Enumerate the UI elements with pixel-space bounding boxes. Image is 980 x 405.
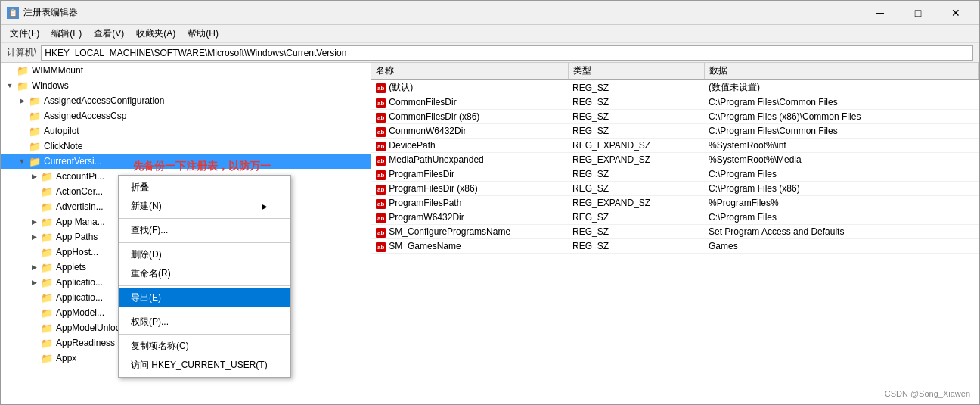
- folder-icon: 📁: [40, 338, 54, 349]
- context-menu: 折叠新建(N)▶查找(F)...删除(D)重命名(R)导出(E)权限(P)...…: [118, 175, 291, 378]
- context-menu-item[interactable]: 折叠: [119, 178, 290, 197]
- watermark: CSDN @Song_Xiawen: [885, 389, 970, 398]
- tree-item-label: Applets: [56, 262, 86, 273]
- title-bar: 📋 注册表编辑器 ─ □ ✕: [1, 1, 979, 25]
- context-menu-item-label: 删除(D): [131, 248, 162, 261]
- expand-arrow-icon[interactable]: ▼: [4, 82, 16, 89]
- context-menu-item[interactable]: 权限(P)...: [119, 313, 290, 332]
- tree-item[interactable]: 📁WIMMMount: [1, 63, 371, 78]
- registry-name: abDevicePath: [371, 139, 568, 153]
- tree-item[interactable]: 📁Autopilot: [1, 123, 371, 139]
- menu-help[interactable]: 帮助(H): [181, 26, 225, 42]
- registry-type: REG_SZ: [568, 167, 704, 182]
- menu-favorites[interactable]: 收藏夹(A): [130, 26, 181, 42]
- tree-item-label: Appx: [56, 353, 76, 363]
- maximize-button[interactable]: □: [901, 2, 935, 23]
- type-icon: ab: [376, 213, 386, 223]
- folder-icon: 📁: [28, 126, 42, 137]
- address-input[interactable]: [41, 45, 973, 61]
- context-menu-item[interactable]: 查找(F)...: [119, 221, 290, 240]
- minimize-button[interactable]: ─: [863, 2, 898, 23]
- registry-table: 名称 类型 数据 ab(默认)REG_SZ(数值未设置)abCommonFile…: [371, 63, 979, 254]
- type-icon: ab: [376, 98, 386, 108]
- menu-edit[interactable]: 编辑(E): [45, 26, 88, 42]
- tree-item[interactable]: ▼📁Windows: [1, 78, 371, 93]
- registry-data: C:\Program Files\Common Files: [704, 95, 979, 110]
- expand-arrow-icon[interactable]: ▶: [28, 263, 40, 271]
- context-menu-item[interactable]: 新建(N)▶: [119, 197, 290, 216]
- type-icon: ab: [376, 127, 386, 137]
- address-label: 计算机\: [7, 46, 36, 59]
- folder-icon: 📁: [40, 353, 54, 364]
- registry-data: Games: [704, 239, 979, 254]
- context-menu-item-label: 重命名(R): [131, 267, 171, 280]
- tree-item-label: Advertisin...: [56, 201, 104, 212]
- table-row[interactable]: abSM_GamesNameREG_SZGames: [371, 239, 979, 254]
- context-menu-item[interactable]: 删除(D): [119, 245, 290, 264]
- tree-item[interactable]: 📁AssignedAccessCsp: [1, 108, 371, 123]
- registry-data: (数值未设置): [704, 79, 979, 95]
- table-row[interactable]: ab(默认)REG_SZ(数值未设置): [371, 79, 979, 95]
- context-menu-item-label: 折叠: [131, 181, 149, 194]
- tree-item-label: Windows: [32, 80, 69, 91]
- folder-icon: 📁: [40, 217, 54, 228]
- registry-data: C:\Program Files (x86)\Common Files: [704, 110, 979, 124]
- table-row[interactable]: abMediaPathUnexpandedREG_EXPAND_SZ%Syste…: [371, 153, 979, 167]
- expand-arrow-icon[interactable]: ▶: [28, 279, 40, 286]
- expand-arrow-icon[interactable]: ▶: [28, 218, 40, 226]
- menu-bar: 文件(F) 编辑(E) 查看(V) 收藏夹(A) 帮助(H): [1, 25, 979, 43]
- registry-name: abMediaPathUnexpanded: [371, 153, 568, 167]
- table-row[interactable]: abProgramW6432DirREG_SZC:\Program Files: [371, 210, 979, 225]
- table-row[interactable]: abProgramFilesDir (x86)REG_SZC:\Program …: [371, 182, 979, 196]
- registry-name: abCommonFilesDir: [371, 95, 568, 110]
- registry-name: abProgramW6432Dir: [371, 210, 568, 225]
- registry-name: abProgramFilesDir (x86): [371, 182, 568, 196]
- context-menu-item[interactable]: 访问 HKEY_CURRENT_USER(T): [119, 356, 290, 375]
- folder-icon: 📁: [16, 65, 29, 76]
- submenu-arrow-icon: ▶: [262, 202, 268, 210]
- registry-data: C:\Program Files: [704, 210, 979, 225]
- expand-arrow-icon[interactable]: ▶: [28, 233, 40, 241]
- tree-item-label: AppReadiness: [56, 338, 115, 348]
- table-row[interactable]: abProgramFilesDirREG_SZC:\Program Files: [371, 167, 979, 182]
- tree-item-label: WIMMMount: [32, 65, 83, 76]
- table-row[interactable]: abCommonW6432DirREG_SZC:\Program Files\C…: [371, 124, 979, 139]
- tree-item-label: App Paths: [56, 232, 98, 242]
- menu-view[interactable]: 查看(V): [88, 26, 130, 42]
- window-title: 注册表编辑器: [23, 6, 863, 19]
- registry-type: REG_SZ: [568, 79, 704, 95]
- registry-data: %SystemRoot%\inf: [704, 139, 979, 153]
- tree-item[interactable]: ▶📁AssignedAccessConfiguration: [1, 93, 371, 108]
- table-row[interactable]: abCommonFilesDir (x86)REG_SZC:\Program F…: [371, 110, 979, 124]
- table-row[interactable]: abSM_ConfigureProgramsNameREG_SZSet Prog…: [371, 225, 979, 239]
- context-menu-item-label: 新建(N): [131, 200, 162, 213]
- context-menu-item[interactable]: 重命名(R): [119, 264, 290, 283]
- context-menu-item[interactable]: 复制项名称(C): [119, 337, 290, 356]
- registry-name: abProgramFilesDir: [371, 167, 568, 182]
- folder-icon: 📁: [40, 247, 54, 258]
- registry-name: abSM_ConfigureProgramsName: [371, 225, 568, 239]
- folder-icon: 📁: [28, 141, 42, 152]
- tree-item-label: AccountPi...: [56, 171, 104, 182]
- tree-item-label: AppModelUnlock: [56, 322, 125, 333]
- registry-scroll[interactable]: 名称 类型 数据 ab(默认)REG_SZ(数值未设置)abCommonFile…: [371, 63, 979, 404]
- expand-arrow-icon[interactable]: ▼: [16, 157, 28, 165]
- close-button[interactable]: ✕: [938, 2, 973, 23]
- registry-name: abProgramFilesPath: [371, 196, 568, 210]
- tree-item[interactable]: ▼📁CurrentVersi...: [1, 154, 371, 169]
- context-menu-item[interactable]: 导出(E): [119, 288, 290, 307]
- expand-arrow-icon[interactable]: ▶: [16, 97, 28, 104]
- table-row[interactable]: abCommonFilesDirREG_SZC:\Program Files\C…: [371, 95, 979, 110]
- type-icon: ab: [376, 156, 386, 166]
- folder-icon: 📁: [28, 156, 42, 167]
- table-row[interactable]: abDevicePathREG_EXPAND_SZ%SystemRoot%\in…: [371, 139, 979, 153]
- col-header-data: 数据: [704, 63, 979, 79]
- expand-arrow-icon[interactable]: ▶: [28, 173, 40, 180]
- tree-item[interactable]: 📁ClickNote: [1, 139, 371, 154]
- menu-file[interactable]: 文件(F): [4, 26, 45, 42]
- folder-icon: 📁: [40, 186, 54, 198]
- context-menu-item-label: 导出(E): [131, 291, 161, 304]
- table-row[interactable]: abProgramFilesPathREG_EXPAND_SZ%ProgramF…: [371, 196, 979, 210]
- context-menu-separator: [119, 242, 290, 243]
- type-icon: ab: [376, 170, 386, 180]
